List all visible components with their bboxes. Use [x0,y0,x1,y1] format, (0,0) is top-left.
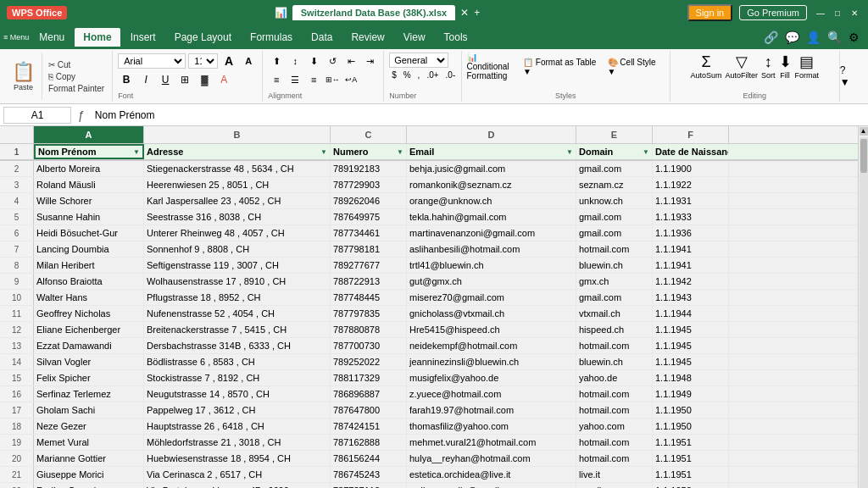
help-icon[interactable]: ? ▼ [840,64,858,88]
minimize-button[interactable]: — [814,6,827,19]
comma-button[interactable]: , [415,69,423,80]
cell-E14[interactable]: bluewin.ch [576,354,653,369]
cell-A19[interactable]: Memet Vural [34,435,144,450]
underline-button[interactable]: U [157,71,174,88]
col-header-e[interactable]: E [576,126,653,143]
align-bottom-button[interactable]: ⬇ [305,53,322,69]
cell-D20[interactable]: hulya__reyhan@hotmail.com [407,451,576,466]
copy-button[interactable]: ⎘ Copy [46,71,107,82]
cell-C6[interactable]: 787734461 [331,225,407,241]
cell-E10[interactable]: gmail.com [576,290,653,305]
scroll-up-arrow[interactable]: ▲ [860,127,868,136]
scroll-track[interactable] [860,137,868,488]
collab-icon[interactable]: 👤 [804,29,822,46]
comment-icon[interactable]: 💬 [783,29,801,46]
col-header-b[interactable]: B [144,126,331,143]
indent-decrease-button[interactable]: ⇤ [342,53,359,69]
header-cell-b[interactable]: Adresse▼ [144,144,331,159]
cell-E22[interactable]: gmail.com [576,483,653,488]
cell-C15[interactable]: 788117329 [331,370,407,385]
cell-C4[interactable]: 789262046 [331,193,407,208]
cell-A2[interactable]: Alberto Moreira [34,161,144,176]
italic-button[interactable]: I [137,71,154,88]
cell-style-button[interactable]: 🎨 Cell Style ▼ [608,58,665,76]
decimal-dec-button[interactable]: .0- [443,69,459,80]
cell-E7[interactable]: hotmail.com [576,241,653,257]
cell-E15[interactable]: yahoo.de [576,370,653,385]
cell-E20[interactable]: hotmail.com [576,451,653,466]
cell-E9[interactable]: gmx.ch [576,274,653,289]
cell-A3[interactable]: Roland Mäusli [34,177,144,192]
add-tab-icon[interactable]: + [474,7,480,19]
cell-D7[interactable]: aslihanbesili@hotmail.com [407,241,576,257]
cell-C13[interactable]: 787700730 [331,338,407,353]
cell-F3[interactable]: 1.1.1922 [653,177,729,192]
cell-E6[interactable]: gmail.com [576,225,653,241]
cell-B4[interactable]: Karl Jaspersallee 23 , 4052 , CH [144,193,331,208]
cell-D14[interactable]: jeanninezinsli@bluewin.ch [407,354,576,369]
cell-D11[interactable]: gnicholass@vtxmail.ch [407,306,576,321]
cell-C7[interactable]: 787798181 [331,241,407,257]
border-button[interactable]: ⊞ [176,71,193,88]
cell-E17[interactable]: hotmail.com [576,402,653,418]
ribbon-tab-formulas[interactable]: Formulas [242,28,301,47]
share-icon[interactable]: 🔗 [762,29,780,46]
format-painter-button[interactable]: Format Painter [46,83,107,94]
rotate-button[interactable]: ↺ [324,53,341,69]
cell-F19[interactable]: 1.1.1951 [653,435,729,450]
cell-C18[interactable]: 787424151 [331,419,407,434]
cell-D15[interactable]: musigfelix@yahoo.de [407,370,576,385]
wps-logo[interactable]: WPS Office [7,6,67,19]
sort-button[interactable]: Sort [761,71,776,80]
menu-tab[interactable]: ≡ Menu [3,33,29,42]
cell-D21[interactable]: estetica.orchidea@live.it [407,467,576,482]
cell-E5[interactable]: gmail.com [576,209,653,225]
cell-B19[interactable]: Möhledorfstrasse 21 , 3018 , CH [144,435,331,450]
col-header-d[interactable]: D [407,126,576,143]
cell-B10[interactable]: Pflugstrasse 18 , 8952 , CH [144,290,331,305]
cell-A17[interactable]: Gholam Sachi [34,402,144,418]
cell-F21[interactable]: 1.1.1951 [653,467,729,482]
maximize-button[interactable]: □ [831,6,844,19]
cell-C2[interactable]: 789192183 [331,161,407,176]
font-grow-button[interactable]: A [220,53,237,69]
fill-button[interactable]: Fill [780,71,790,80]
cell-B17[interactable]: Pappelweg 17 , 3612 , CH [144,402,331,418]
autosum-button[interactable]: AutoSum [691,71,722,80]
cell-A14[interactable]: Silvan Vogler [34,354,144,369]
cell-D5[interactable]: tekla.hahin@gmail.com [407,209,576,225]
cell-F15[interactable]: 1.1.1948 [653,370,729,385]
cell-B3[interactable]: Heerenwiesen 25 , 8051 , CH [144,177,331,192]
cell-A6[interactable]: Heidi Bösuchet-Gur [34,225,144,241]
cell-B15[interactable]: Stockistrasse 7 , 8192 , CH [144,370,331,385]
go-premium-button[interactable]: Go Premium [739,5,807,20]
cell-F12[interactable]: 1.1.1945 [653,322,729,337]
cell-E2[interactable]: gmail.com [576,161,653,176]
cell-E12[interactable]: hispeed.ch [576,322,653,337]
cell-E18[interactable]: yahoo.com [576,419,653,434]
cell-B9[interactable]: Wolhausenstrasse 17 , 8910 , CH [144,274,331,289]
cell-B2[interactable]: Stiegenackerstrasse 48 , 5634 , CH [144,161,331,176]
cell-B7[interactable]: Sonnenhof 9 , 8808 , CH [144,241,331,257]
header-cell-f[interactable]: Date de Naissance▼ [653,144,729,159]
cell-B16[interactable]: Neugutstrasse 14 , 8570 , CH [144,386,331,402]
cell-B21[interactable]: Via Cerinasca 2 , 6517 , CH [144,467,331,482]
merge-center-button[interactable]: ⊞↔ [324,71,341,88]
cell-D13[interactable]: neidekempf@hotmail.com [407,338,576,353]
cell-A5[interactable]: Susanne Hahin [34,209,144,225]
cell-C17[interactable]: 787647800 [331,402,407,418]
align-center-button[interactable]: ☰ [287,71,303,88]
cell-C5[interactable]: 787649975 [331,209,407,225]
header-cell-d[interactable]: Email▼ [407,144,576,159]
cell-F22[interactable]: 1.1.1952 [653,483,729,488]
ribbon-tab-data[interactable]: Data [303,28,341,47]
ribbon-tab-menu[interactable]: Menu [31,28,73,47]
cell-D12[interactable]: Hre5415@hispeed.ch [407,322,576,337]
cell-F10[interactable]: 1.1.1943 [653,290,729,305]
font-name-select[interactable]: Arial [118,53,186,69]
conditional-formatting-button[interactable]: 📊 ConditionalFormatting [467,53,520,80]
header-cell-c[interactable]: Numero▼ [331,144,407,159]
cell-B20[interactable]: Huebwiesenstrasse 18 , 8954 , CH [144,451,331,466]
cell-C12[interactable]: 787880878 [331,322,407,337]
cell-E8[interactable]: bluewin.ch [576,258,653,273]
